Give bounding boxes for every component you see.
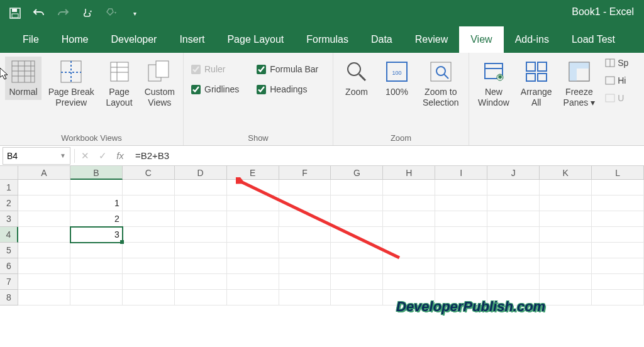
row-head-7[interactable]: 7 bbox=[0, 274, 18, 290]
cell-L3[interactable] bbox=[592, 211, 644, 227]
redo-icon[interactable] bbox=[57, 7, 69, 19]
cell-G5[interactable] bbox=[331, 243, 383, 258]
cell-L1[interactable] bbox=[592, 180, 644, 196]
undo-icon[interactable] bbox=[33, 7, 45, 19]
cell-H5[interactable] bbox=[383, 243, 435, 258]
page-layout-button[interactable]: Page Layout bbox=[101, 57, 138, 111]
tab-file[interactable]: File bbox=[11, 26, 50, 53]
select-all-corner[interactable] bbox=[0, 166, 18, 180]
formula-bar-input[interactable]: =B2+B3 bbox=[129, 150, 644, 161]
cancel-formula-button[interactable]: ✕ bbox=[76, 147, 94, 165]
col-head-L[interactable]: L bbox=[592, 166, 644, 180]
cell-J2[interactable] bbox=[487, 196, 540, 211]
tab-home[interactable]: Home bbox=[50, 26, 100, 53]
cell-C7[interactable] bbox=[123, 274, 175, 290]
row-head-1[interactable]: 1 bbox=[0, 180, 18, 196]
cell-F5[interactable] bbox=[279, 243, 331, 258]
cell-B5[interactable] bbox=[70, 243, 123, 258]
cell-K2[interactable] bbox=[540, 196, 592, 211]
cell-L6[interactable] bbox=[592, 258, 644, 274]
cell-F4[interactable] bbox=[279, 227, 331, 243]
cell-I6[interactable] bbox=[435, 258, 487, 274]
cell-H1[interactable] bbox=[383, 180, 435, 196]
cell-F8[interactable] bbox=[279, 290, 331, 306]
cell-K1[interactable] bbox=[540, 180, 592, 196]
col-head-K[interactable]: K bbox=[540, 166, 592, 180]
cell-J7[interactable] bbox=[487, 274, 540, 290]
cell-A2[interactable] bbox=[18, 196, 70, 211]
row-head-8[interactable]: 8 bbox=[0, 290, 18, 306]
cell-A3[interactable] bbox=[18, 211, 70, 227]
tab-view[interactable]: View bbox=[459, 26, 503, 53]
cell-C1[interactable] bbox=[123, 180, 175, 196]
cell-J6[interactable] bbox=[487, 258, 540, 274]
cell-A4[interactable] bbox=[18, 227, 70, 243]
col-head-B[interactable]: B bbox=[70, 166, 123, 180]
row-head-2[interactable]: 2 bbox=[0, 196, 18, 211]
col-head-G[interactable]: G bbox=[331, 166, 383, 180]
cell-B8[interactable] bbox=[70, 290, 123, 306]
spreadsheet-grid[interactable]: ABCDEFGHIJKL12132435678 bbox=[0, 166, 644, 306]
cell-K3[interactable] bbox=[540, 211, 592, 227]
cell-K6[interactable] bbox=[540, 258, 592, 274]
cell-H7[interactable] bbox=[383, 274, 435, 290]
row-head-4[interactable]: 4 bbox=[0, 227, 18, 243]
save-icon[interactable] bbox=[9, 7, 21, 19]
cell-D8[interactable] bbox=[175, 290, 227, 306]
custom-views-button[interactable]: Custom Views bbox=[142, 57, 178, 111]
cell-D4[interactable] bbox=[175, 227, 227, 243]
cell-G2[interactable] bbox=[331, 196, 383, 211]
cell-F7[interactable] bbox=[279, 274, 331, 290]
cell-K4[interactable] bbox=[540, 227, 592, 243]
name-box[interactable]: B4▼ bbox=[3, 147, 70, 165]
cell-E4[interactable] bbox=[227, 227, 279, 243]
cell-L5[interactable] bbox=[592, 243, 644, 258]
cell-C4[interactable] bbox=[123, 227, 175, 243]
cell-D2[interactable] bbox=[175, 196, 227, 211]
cell-H8[interactable] bbox=[383, 290, 435, 306]
zoom-to-selection-button[interactable]: Zoom to Selection bbox=[419, 57, 463, 111]
cell-C3[interactable] bbox=[123, 211, 175, 227]
cell-K8[interactable] bbox=[540, 290, 592, 306]
normal-view-button[interactable]: Normal bbox=[5, 57, 42, 100]
tab-load-test[interactable]: Load Test bbox=[560, 26, 626, 53]
hide-button[interactable]: Hi bbox=[605, 75, 628, 85]
cell-I2[interactable] bbox=[435, 196, 487, 211]
cell-L7[interactable] bbox=[592, 274, 644, 290]
cell-D5[interactable] bbox=[175, 243, 227, 258]
cell-A8[interactable] bbox=[18, 290, 70, 306]
page-break-preview-button[interactable]: Page Break Preview bbox=[45, 57, 97, 111]
cell-D3[interactable] bbox=[175, 211, 227, 227]
zoom-100-button[interactable]: 100 100% bbox=[379, 57, 415, 100]
cell-J5[interactable] bbox=[487, 243, 540, 258]
row-head-6[interactable]: 6 bbox=[0, 258, 18, 274]
cell-G8[interactable] bbox=[331, 290, 383, 306]
cell-J3[interactable] bbox=[487, 211, 540, 227]
zoom-button[interactable]: Zoom bbox=[338, 57, 375, 100]
cell-G3[interactable] bbox=[331, 211, 383, 227]
col-head-C[interactable]: C bbox=[123, 166, 175, 180]
insert-function-button[interactable]: fx bbox=[111, 147, 129, 165]
cell-E5[interactable] bbox=[227, 243, 279, 258]
cell-H2[interactable] bbox=[383, 196, 435, 211]
split-button[interactable]: Sp bbox=[605, 58, 628, 68]
cell-D6[interactable] bbox=[175, 258, 227, 274]
cell-B1[interactable] bbox=[70, 180, 123, 196]
cell-L4[interactable] bbox=[592, 227, 644, 243]
tab-data[interactable]: Data bbox=[360, 26, 404, 53]
cell-L8[interactable] bbox=[592, 290, 644, 306]
customize-qat-icon[interactable]: ▾ bbox=[128, 7, 141, 19]
cell-I7[interactable] bbox=[435, 274, 487, 290]
enter-formula-button[interactable]: ✓ bbox=[94, 147, 111, 165]
col-head-H[interactable]: H bbox=[383, 166, 435, 180]
cell-B2[interactable]: 1 bbox=[70, 196, 123, 211]
cell-J4[interactable] bbox=[487, 227, 540, 243]
cell-I4[interactable] bbox=[435, 227, 487, 243]
cell-E1[interactable] bbox=[227, 180, 279, 196]
col-head-I[interactable]: I bbox=[435, 166, 487, 180]
cell-I5[interactable] bbox=[435, 243, 487, 258]
cell-D1[interactable] bbox=[175, 180, 227, 196]
tab-insert[interactable]: Insert bbox=[168, 26, 216, 53]
col-head-A[interactable]: A bbox=[18, 166, 70, 180]
cell-G6[interactable] bbox=[331, 258, 383, 274]
